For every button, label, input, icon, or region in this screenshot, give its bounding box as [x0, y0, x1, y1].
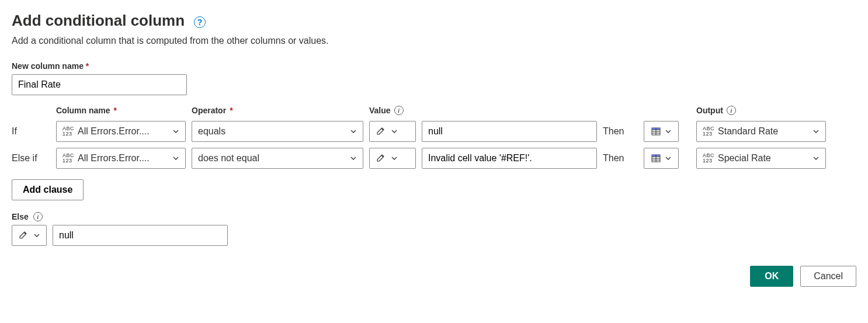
abc123-type-icon: ABC123	[63, 153, 74, 164]
value-type-dropdown[interactable]	[369, 148, 416, 169]
chevron-down-icon	[813, 128, 820, 135]
output-dropdown[interactable]: ABC123 Standard Rate	[696, 121, 826, 142]
chevron-down-icon	[391, 155, 398, 162]
header-value: Value i	[369, 106, 416, 115]
value-input[interactable]	[422, 148, 597, 169]
operator-dropdown[interactable]: equals	[192, 121, 363, 142]
chevron-down-icon	[172, 128, 179, 135]
pencil-icon	[18, 230, 29, 241]
chevron-down-icon	[350, 155, 357, 162]
new-column-label: New column name *	[12, 61, 856, 71]
add-clause-button[interactable]: Add clause	[12, 179, 84, 200]
new-column-input[interactable]	[12, 74, 187, 95]
pencil-icon	[376, 153, 386, 164]
table-column-icon	[651, 126, 661, 137]
info-icon[interactable]: i	[33, 212, 43, 221]
else-label: Else	[12, 212, 29, 221]
chevron-down-icon	[391, 128, 398, 135]
header-operator: Operator *	[192, 106, 363, 115]
output-dropdown[interactable]: ABC123 Special Rate	[696, 148, 826, 169]
abc123-type-icon: ABC123	[703, 153, 714, 164]
abc123-type-icon: ABC123	[63, 126, 74, 137]
then-label: Then	[603, 153, 638, 164]
then-label: Then	[603, 126, 638, 137]
output-type-dropdown[interactable]	[644, 148, 679, 169]
chevron-down-icon	[172, 155, 179, 162]
help-icon[interactable]: ?	[194, 16, 206, 28]
else-type-dropdown[interactable]	[12, 225, 47, 246]
dialog-title: Add conditional column	[12, 12, 185, 30]
ok-button[interactable]: OK	[750, 266, 793, 287]
value-type-dropdown[interactable]	[369, 121, 416, 142]
chevron-down-icon	[665, 155, 672, 162]
column-name-dropdown[interactable]: ABC123 All Errors.Error....	[56, 121, 186, 142]
pencil-icon	[376, 126, 386, 137]
info-icon[interactable]: i	[394, 106, 404, 115]
clause-prefix-if: If	[12, 126, 50, 137]
clause-prefix-elseif: Else if	[12, 153, 50, 164]
chevron-down-icon	[350, 128, 357, 135]
dialog-subtitle: Add a conditional column that is compute…	[12, 36, 856, 46]
header-output: Output i	[696, 106, 826, 115]
chevron-down-icon	[813, 155, 820, 162]
column-name-dropdown[interactable]: ABC123 All Errors.Error....	[56, 148, 186, 169]
abc123-type-icon: ABC123	[703, 126, 714, 137]
output-type-dropdown[interactable]	[644, 121, 679, 142]
chevron-down-icon	[665, 128, 672, 135]
cancel-button[interactable]: Cancel	[800, 266, 856, 287]
value-input[interactable]	[422, 121, 597, 142]
chevron-down-icon	[33, 232, 40, 239]
header-column-name: Column name *	[56, 106, 186, 115]
else-value-input[interactable]	[53, 225, 228, 246]
operator-dropdown[interactable]: does not equal	[192, 148, 363, 169]
table-column-icon	[651, 153, 661, 164]
info-icon[interactable]: i	[727, 106, 736, 115]
